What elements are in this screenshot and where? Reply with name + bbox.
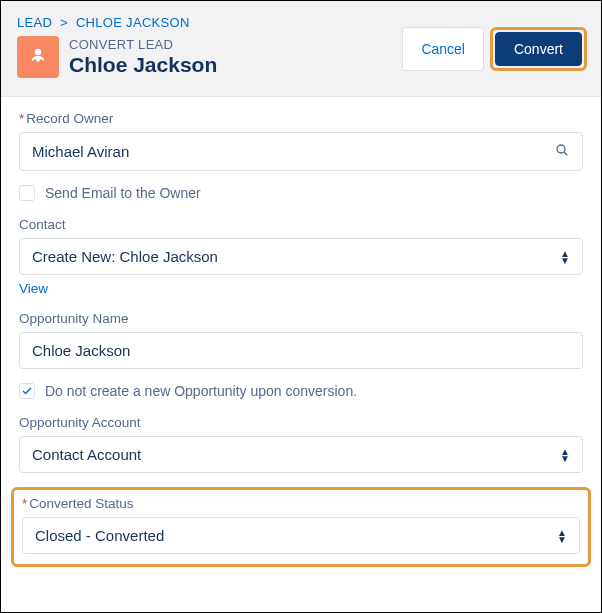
opp-name-value: Chloe Jackson (32, 342, 130, 359)
breadcrumb-root[interactable]: LEAD (17, 15, 52, 30)
send-email-row[interactable]: Send Email to the Owner (19, 185, 583, 201)
contact-select[interactable]: Create New: Chloe Jackson ▲▼ (19, 238, 583, 275)
send-email-label: Send Email to the Owner (45, 185, 201, 201)
no-opp-checkbox[interactable] (19, 383, 35, 399)
no-opp-label: Do not create a new Opportunity upon con… (45, 383, 357, 399)
contact-value: Create New: Chloe Jackson (32, 248, 218, 265)
opp-account-label: Opportunity Account (19, 415, 583, 430)
converted-status-label: Converted Status (22, 496, 580, 511)
view-link[interactable]: View (19, 281, 48, 296)
modal-header: LEAD > CHLOE JACKSON CONVERT LEAD Chloe … (1, 1, 601, 97)
converted-status-select[interactable]: Closed - Converted ▲▼ (22, 517, 580, 554)
send-email-checkbox[interactable] (19, 185, 35, 201)
record-owner-value: Michael Aviran (32, 143, 129, 160)
stepper-icon: ▲▼ (557, 529, 567, 543)
convert-button[interactable]: Convert (495, 32, 582, 66)
stepper-icon: ▲▼ (560, 250, 570, 264)
header-eyebrow: CONVERT LEAD (69, 37, 217, 52)
page-title: Chloe Jackson (69, 53, 217, 77)
convert-highlight: Convert (490, 27, 587, 71)
form-body: Record Owner Michael Aviran Send Email t… (1, 97, 601, 581)
search-icon (554, 142, 570, 161)
svg-line-2 (564, 152, 567, 155)
opp-name-input[interactable]: Chloe Jackson (19, 332, 583, 369)
converted-status-value: Closed - Converted (35, 527, 164, 544)
record-owner-label: Record Owner (19, 111, 583, 126)
converted-status-highlight: Converted Status Closed - Converted ▲▼ (11, 487, 591, 567)
svg-point-0 (35, 49, 41, 55)
breadcrumb-current[interactable]: CHLOE JACKSON (76, 15, 190, 30)
opp-account-select[interactable]: Contact Account ▲▼ (19, 436, 583, 473)
no-opp-row[interactable]: Do not create a new Opportunity upon con… (19, 383, 583, 399)
svg-point-1 (557, 145, 565, 153)
record-owner-input[interactable]: Michael Aviran (19, 132, 583, 171)
opp-name-label: Opportunity Name (19, 311, 583, 326)
opp-account-value: Contact Account (32, 446, 141, 463)
breadcrumb-separator: > (56, 15, 72, 30)
contact-label: Contact (19, 217, 583, 232)
cancel-button[interactable]: Cancel (402, 27, 484, 71)
stepper-icon: ▲▼ (560, 448, 570, 462)
lead-icon (17, 36, 59, 78)
